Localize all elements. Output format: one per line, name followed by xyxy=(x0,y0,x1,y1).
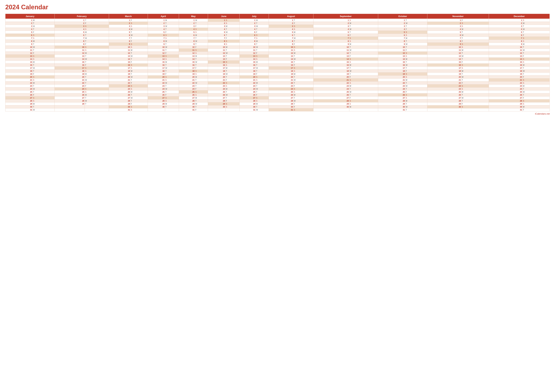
day-number: 15 xyxy=(109,61,131,64)
day-number: 23 xyxy=(179,85,195,87)
day-letter: S xyxy=(256,96,269,100)
day-letter: S xyxy=(195,28,208,31)
day-letter: W xyxy=(256,87,269,91)
day-number: 12 xyxy=(6,52,33,55)
day-letter: W xyxy=(33,25,55,28)
day-letter: W xyxy=(226,93,240,96)
day-letter: W xyxy=(131,96,148,100)
day-letter: S xyxy=(293,108,313,111)
day-number: 2 xyxy=(109,22,131,25)
day-letter: M xyxy=(85,93,109,96)
day-letter: S xyxy=(165,76,179,78)
day-letter: F xyxy=(195,108,208,111)
day-letter: W xyxy=(522,91,549,93)
day-letter: T xyxy=(293,19,313,22)
day-letter: M xyxy=(165,102,179,105)
day-letter: M xyxy=(349,105,378,108)
day-letter: F xyxy=(85,85,109,87)
day-number: 27 xyxy=(378,96,405,100)
day-number-empty xyxy=(54,108,85,111)
day-number: 14 xyxy=(208,58,226,61)
day-letter: T xyxy=(226,96,240,100)
day-letter: T xyxy=(349,67,378,70)
day-letter: S xyxy=(131,85,148,87)
day-letter: S xyxy=(165,37,179,40)
day-letter: T xyxy=(522,93,549,96)
day-number: 6 xyxy=(489,34,522,37)
day-letter: F xyxy=(165,93,179,96)
day-number: 12 xyxy=(313,52,349,55)
day-number: 2 xyxy=(208,22,226,25)
day-letter: T xyxy=(85,76,109,78)
day-number: 12 xyxy=(240,52,256,55)
day-number: 25 xyxy=(6,91,33,93)
day-letter: S xyxy=(85,28,109,31)
day-number: 6 xyxy=(6,34,33,37)
day-number: 12 xyxy=(489,52,522,55)
day-number: 23 xyxy=(54,85,85,87)
day-number-empty xyxy=(54,105,85,108)
day-letter: S xyxy=(349,37,378,40)
day-letter: S xyxy=(461,22,489,25)
day-letter: M xyxy=(131,91,148,93)
day-letter: S xyxy=(405,55,427,58)
day-letter: M xyxy=(85,31,109,34)
day-number: 20 xyxy=(148,76,165,78)
day-number: 17 xyxy=(240,67,256,70)
day-number: 17 xyxy=(179,67,195,70)
day-letter: F xyxy=(226,78,240,82)
day-number: 17 xyxy=(489,67,522,70)
day-letter: S xyxy=(256,55,269,58)
day-number: 5 xyxy=(489,31,522,34)
day-letter: F xyxy=(522,96,549,100)
day-number: 19 xyxy=(54,72,85,76)
day-number: 28 xyxy=(179,100,195,102)
day-number: 30 xyxy=(6,105,33,108)
day-letter: F xyxy=(293,85,313,87)
day-letter: W xyxy=(165,25,179,28)
day-letter: W xyxy=(293,100,313,102)
day-letter: T xyxy=(195,78,208,82)
day-letter: T xyxy=(131,52,148,55)
day-letter: W xyxy=(461,55,489,58)
day-number: 24 xyxy=(179,87,195,91)
day-letter: W xyxy=(195,102,208,105)
day-number: 24 xyxy=(109,87,131,91)
day-number: 6 xyxy=(269,34,293,37)
day-letter: F xyxy=(165,52,179,55)
day-number: 14 xyxy=(427,58,461,61)
day-letter: F xyxy=(293,64,313,67)
day-number: 9 xyxy=(148,43,165,46)
day-number: 27 xyxy=(54,96,85,100)
day-letter: M xyxy=(293,52,313,55)
day-number: 20 xyxy=(54,76,85,78)
day-number: 12 xyxy=(378,52,405,55)
day-number: 3 xyxy=(313,25,349,28)
day-letter: S xyxy=(405,31,427,34)
day-number: 19 xyxy=(6,72,33,76)
day-letter: W xyxy=(256,46,269,49)
day-number: 11 xyxy=(179,49,195,52)
day-number: 7 xyxy=(148,37,165,40)
day-letter: S xyxy=(131,105,148,108)
day-letter: T xyxy=(165,105,179,108)
day-number: 4 xyxy=(427,28,461,31)
day-number: 12 xyxy=(208,52,226,55)
day-letter: T xyxy=(256,49,269,52)
day-letter: S xyxy=(522,102,549,105)
calendar-table: JanuaryFebruaryMarchAprilMayJuneJulyAugu… xyxy=(5,14,550,111)
day-number: 27 xyxy=(6,96,33,100)
day-number: 7 xyxy=(313,37,349,40)
day-number: 19 xyxy=(378,72,405,76)
day-number: 19 xyxy=(179,72,195,76)
day-number: 15 xyxy=(269,61,293,64)
day-letter: F xyxy=(256,93,269,96)
day-number: 13 xyxy=(109,55,131,58)
day-letter: F xyxy=(522,34,549,37)
day-letter: S xyxy=(195,91,208,93)
day-letter: M xyxy=(256,61,269,64)
day-number: 9 xyxy=(489,43,522,46)
day-number: 30 xyxy=(378,105,405,108)
day-letter: S xyxy=(85,49,109,52)
day-number: 3 xyxy=(489,25,522,28)
